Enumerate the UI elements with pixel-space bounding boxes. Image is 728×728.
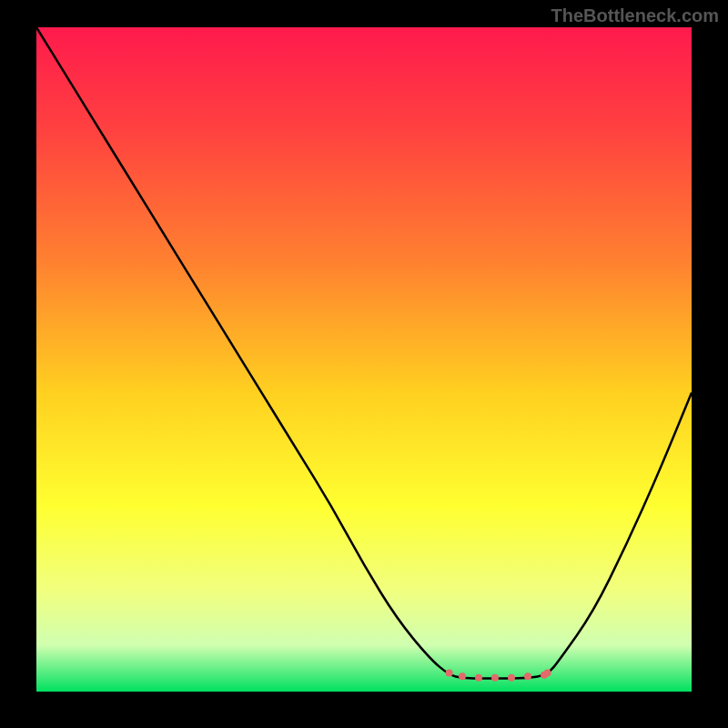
watermark-text: TheBottleneck.com <box>551 5 719 26</box>
chart-container: TheBottleneck.com <box>0 0 728 728</box>
bump-dot <box>508 674 515 682</box>
bump-dot <box>491 674 499 682</box>
bump-dot <box>544 670 551 677</box>
bump-dot <box>475 674 482 682</box>
chart-svg <box>36 27 692 692</box>
bump-dot <box>524 672 531 680</box>
gradient-background <box>36 27 692 692</box>
bump-dot <box>446 670 453 677</box>
plot-area <box>36 27 692 692</box>
bump-dot <box>459 672 466 680</box>
